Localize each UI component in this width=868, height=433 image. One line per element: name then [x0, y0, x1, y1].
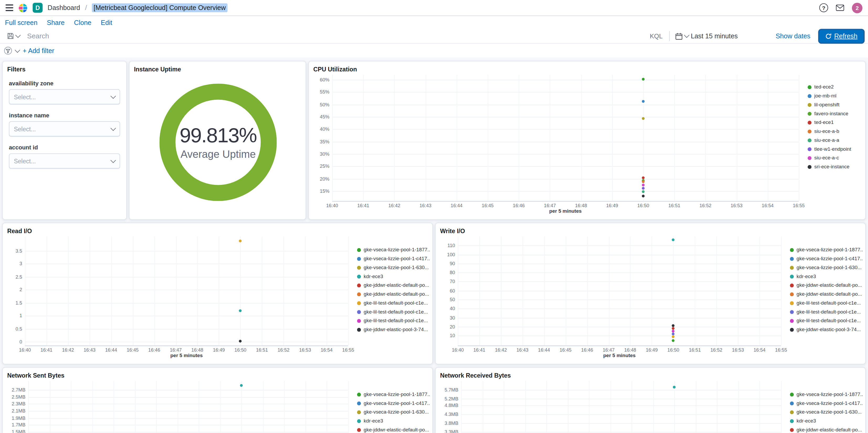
panel-title[interactable]: Network Sent Bytes [3, 368, 433, 379]
panel-title[interactable]: Read I/O [3, 223, 433, 234]
add-filter-link[interactable]: + Add filter [23, 47, 54, 55]
legend-item[interactable]: gke-jddwr-elastic-default-po... [790, 425, 863, 433]
legend-item[interactable]: gke-jddwr-elastic-default-po... [790, 290, 863, 298]
legend-item[interactable]: ted-ece1 [808, 118, 863, 127]
account-id-select[interactable]: Select... [9, 153, 120, 169]
search-input[interactable] [26, 31, 643, 40]
legend-item[interactable]: gke-vseca-lizzie-pool-1-1877... [357, 245, 430, 254]
breadcrumb-current-title[interactable]: [Metricbeat Googlecloud] Compute Overvie… [92, 3, 227, 12]
gridline [28, 411, 348, 411]
time-range-value[interactable]: Last 15 minutes [691, 32, 738, 40]
legend-item[interactable]: lil-openshift [808, 100, 863, 109]
legend-item[interactable]: kdr-ece3 [357, 416, 430, 425]
x-axis-tick: 16:41 [40, 347, 52, 353]
legend-item[interactable]: gke-jddwr-elastic-pool-3-74... [790, 325, 863, 334]
legend-item[interactable]: gke-lil-test-default-pool-c1e... [357, 307, 430, 316]
availability-zone-label: availability zone [9, 80, 120, 86]
panel-title[interactable]: CPU Utilization [309, 61, 865, 73]
legend-swatch [790, 310, 794, 314]
chevron-down-icon[interactable] [15, 47, 20, 53]
legend-label: gke-lil-test-default-pool-c1e... [797, 309, 861, 315]
share-link[interactable]: Share [47, 19, 65, 27]
y-axis-tick: 3.8MB [445, 421, 458, 426]
legend-item[interactable]: gke-vseca-lizzie-pool-1-630... [357, 263, 430, 272]
legend-item[interactable]: kdr-ece3 [790, 416, 863, 425]
chevron-down-icon [15, 32, 21, 38]
legend-item[interactable]: siu-ece-a-b [808, 127, 863, 136]
legend-item[interactable]: gke-vseca-lizzie-pool-1-630... [790, 407, 863, 416]
legend-item[interactable]: gke-vseca-lizzie-pool-1-630... [357, 407, 430, 416]
legend-item[interactable]: gke-vseca-lizzie-pool-1-c417... [357, 254, 430, 263]
legend-item[interactable]: gke-vseca-lizzie-pool-1-c417... [790, 254, 863, 263]
legend-item[interactable]: joe-mb-ml [808, 91, 863, 100]
legend-label: gke-lil-test-default-pool-c1e... [364, 300, 428, 306]
legend-label: gke-vseca-lizzie-pool-1-c417... [797, 256, 863, 261]
legend-item[interactable]: gke-lil-test-default-pool-c1e... [790, 307, 863, 316]
refresh-button[interactable]: Refresh [819, 30, 864, 42]
breadcrumb-dashboard[interactable]: Dashboard [48, 4, 80, 12]
legend-swatch [357, 392, 361, 396]
saved-query-menu-button[interactable] [4, 31, 23, 41]
legend-item[interactable]: tlee-w1-endpoint [808, 144, 863, 153]
legend-item[interactable]: gke-lil-test-default-pool-c1e... [790, 316, 863, 325]
legend-item[interactable]: gke-jddwr-elastic-pool-3-74... [357, 325, 430, 334]
clone-link[interactable]: Clone [74, 19, 91, 27]
legend-item[interactable]: gke-lil-test-default-pool-c1e... [357, 298, 430, 308]
gridline [674, 75, 675, 201]
mail-icon[interactable] [836, 4, 844, 11]
legend-item[interactable]: gke-vseca-lizzie-pool-1-1877... [357, 390, 430, 399]
legend-item[interactable]: siu-ece-a-c [808, 153, 863, 162]
legend-item[interactable]: gke-vseca-lizzie-pool-1-1877... [790, 245, 863, 254]
legend-item[interactable]: gke-jddwr-elastic-default-po... [790, 281, 863, 290]
legend-item[interactable]: favero-instance [808, 109, 863, 118]
legend-item[interactable]: kdr-ece3 [357, 272, 430, 281]
date-picker-button[interactable] [673, 31, 690, 41]
show-dates-link[interactable]: Show dates [776, 32, 816, 40]
kql-selector[interactable]: KQL [647, 33, 666, 39]
edit-link[interactable]: Edit [101, 19, 112, 27]
legend-item[interactable]: gke-vseca-lizzie-pool-1-c417... [790, 399, 863, 407]
legend-item[interactable]: gke-vseca-lizzie-pool-1-1877... [790, 390, 863, 399]
panel-title[interactable]: Filters [3, 61, 126, 73]
legend-item[interactable]: gke-vseca-lizzie-pool-1-630... [790, 263, 863, 272]
gridline [781, 237, 782, 346]
legend-swatch [357, 401, 361, 405]
y-axis-tick: 50% [320, 102, 330, 107]
panel-title[interactable]: Write I/O [436, 223, 865, 234]
elastic-logo[interactable] [19, 3, 28, 12]
funnel-icon[interactable] [4, 47, 12, 55]
legend-item[interactable]: gke-vseca-lizzie-pool-1-c417... [357, 399, 430, 407]
panel-title[interactable]: Network Received Bytes [436, 368, 865, 379]
gridline [461, 432, 781, 432]
chart-legend: ted-ece2joe-mb-mllil-openshiftfavero-ins… [804, 75, 865, 215]
legend-item[interactable]: gke-lil-test-default-pool-c1e... [357, 316, 430, 325]
y-axis-tick: 60 [450, 288, 455, 293]
legend-item[interactable]: gke-jddwr-elastic-default-po... [357, 281, 430, 290]
instance-name-select[interactable]: Select... [9, 121, 120, 137]
plot-area: 110100908070605040302010 [458, 237, 781, 346]
legend-swatch [808, 138, 812, 142]
full-screen-link[interactable]: Full screen [5, 19, 37, 27]
gridline [263, 381, 263, 433]
legend-item[interactable]: siu-ece-a-a [808, 136, 863, 145]
legend-item[interactable]: gke-lil-test-default-pool-c1e... [790, 298, 863, 308]
gridline [28, 425, 348, 425]
legend-item[interactable]: sri-ece-instance [808, 162, 863, 171]
legend-item[interactable]: kdr-ece3 [790, 272, 863, 281]
help-icon[interactable]: ? [819, 3, 828, 12]
legend-item[interactable]: ted-ece2 [808, 82, 863, 91]
legend-item[interactable]: gke-jddwr-elastic-default-po... [357, 290, 430, 298]
data-point [642, 78, 645, 80]
x-axis-tick: 16:42 [389, 203, 400, 208]
gridline [332, 191, 799, 192]
uptime-gauge: 99.813% Average Uptime [159, 84, 277, 201]
x-axis-tick: 16:45 [482, 203, 493, 208]
data-point [239, 309, 242, 312]
gridline [111, 237, 112, 346]
space-badge[interactable]: D [33, 3, 42, 13]
panel-title[interactable]: Instance Uptime [130, 61, 306, 73]
user-avatar[interactable]: 2 [852, 2, 863, 13]
legend-item[interactable]: gke-jddwr-elastic-default-po... [357, 425, 430, 433]
menu-icon[interactable] [5, 4, 13, 11]
availability-zone-select[interactable]: Select... [9, 89, 120, 105]
